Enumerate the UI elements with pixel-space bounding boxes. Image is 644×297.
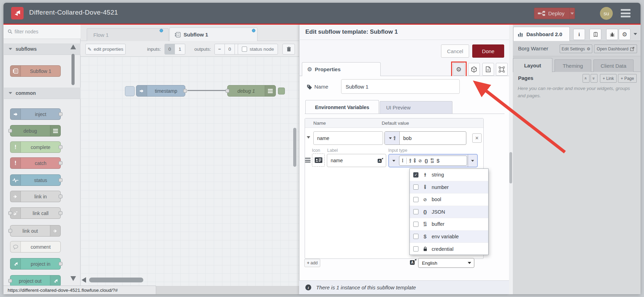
canvas-hscroll-left-icon[interactable] [82,277,86,283]
tab-environment-variables[interactable]: Environment Variables [305,100,379,114]
expand-all-button[interactable]: » [591,74,598,83]
output-port[interactable] [183,89,187,93]
add-env-var-button[interactable]: + add [304,259,320,267]
output-port[interactable] [59,195,62,198]
palette-scroll-down-icon[interactable] [70,276,76,281]
collapse-all-button[interactable]: « [583,74,590,83]
checkbox[interactable] [413,222,418,227]
done-button[interactable]: Done [472,44,504,58]
deploy-button[interactable]: Deploy [534,8,575,19]
inputs-option-0[interactable]: 0 [165,44,175,54]
palette-node-comment[interactable]: comment [10,241,61,253]
tab-subflow-1[interactable]: Subflow 1 [169,27,257,41]
input-port[interactable] [8,129,12,133]
output-port[interactable] [59,211,62,215]
inputs-toggle[interactable]: 0 1 [164,44,185,55]
status-node-checkbox[interactable] [242,47,247,52]
tab-theming[interactable]: Theming [554,59,591,72]
palette-node-debug[interactable]: debug [10,125,61,137]
subflow-name-input[interactable] [341,79,460,94]
status-node-toggle[interactable]: status node [238,44,278,55]
checkbox[interactable] [413,184,418,190]
tab-dashboard-2[interactable]: Dashboard 2.0 [513,27,570,41]
palette-node-inject[interactable]: inject [10,108,61,120]
palette-search[interactable] [3,25,80,39]
outputs-decrease-button[interactable]: − [215,44,225,54]
dialog-scrollbar-thumb[interactable] [509,152,512,183]
canvas-hscrollbar-thumb[interactable] [89,278,143,282]
palette-category-common[interactable]: common [4,88,80,99]
cancel-button[interactable]: Cancel [441,44,469,58]
env-label-input[interactable] [327,158,378,163]
input-port[interactable] [8,279,12,283]
output-port[interactable] [59,145,62,149]
checkbox[interactable] [413,197,418,202]
tab-client-data[interactable]: Client Data [593,59,634,72]
env-name-input[interactable] [313,131,383,145]
module-properties-button[interactable] [496,63,508,76]
tab-flow-1[interactable]: Flow 1 [87,28,169,41]
env-value-input[interactable]: bob [400,132,466,145]
filter-nodes-input[interactable] [15,29,70,34]
canvas-vscrollbar-thumb[interactable] [293,128,296,167]
input-type-dropdown-right[interactable] [468,155,477,167]
palette-scroll-up-icon[interactable] [70,44,76,49]
palette-category-subflows[interactable]: subflows [4,43,80,55]
palette-node-catch[interactable]: ! catch [10,157,61,169]
palette-node-subflow1[interactable]: Subflow 1 [10,65,61,77]
value-type-button[interactable]: az [385,132,400,145]
palette-scrollbar-thumb[interactable] [71,54,75,85]
type-option-buffer[interactable]: 0110 buffer [410,218,488,231]
output-port[interactable] [59,112,62,116]
output-port[interactable] [59,262,62,266]
type-option-number[interactable]: 09 number [410,181,488,194]
tab-properties[interactable]: ⚙ Properties [302,62,381,76]
input-port[interactable] [226,89,229,93]
help-tab-button[interactable] [590,29,601,40]
palette-node-project-out[interactable]: project out [10,275,61,287]
subflow-output-stub[interactable] [278,88,285,94]
subflow-input-stub[interactable] [125,86,135,96]
deploy-options-caret[interactable] [569,8,575,19]
row-expand-chevron-icon[interactable] [307,136,310,139]
checkbox-checked[interactable]: ✓ [413,172,418,178]
input-port[interactable] [8,229,12,233]
node-debug-1[interactable]: debug 1 [227,85,276,97]
palette-node-link-out[interactable]: link out [10,225,61,237]
add-page-button[interactable]: + Page [618,74,637,83]
inputs-option-1[interactable]: 1 [175,44,185,54]
palette-node-complete[interactable]: ! complete [10,141,61,153]
type-option-string[interactable]: ✓ az string [410,169,488,181]
checkbox[interactable] [413,246,418,251]
type-option-credential[interactable]: credential [410,243,488,255]
language-select[interactable]: English [418,258,474,268]
checkbox[interactable] [413,234,418,239]
palette-node-project-in[interactable]: project in [10,258,61,270]
palette-node-link-call[interactable]: link call [10,207,61,219]
add-link-button[interactable]: + Link [600,74,617,83]
config-nodes-tab-button[interactable]: ⚙ [619,29,630,40]
output-port[interactable] [59,161,62,165]
tab-layout[interactable]: Layout [513,58,552,72]
checkbox[interactable] [413,209,418,214]
description-button[interactable] [482,63,494,76]
debug-tab-button[interactable] [606,29,618,40]
user-avatar[interactable]: su [600,7,613,20]
tab-ui-preview[interactable]: UI Preview [380,101,452,114]
main-menu-icon[interactable] [621,9,630,17]
input-type-dropdown-left[interactable] [389,155,398,167]
appearance-button[interactable] [468,63,480,76]
edit-settings-button[interactable]: Edit Settings ⚙ [560,44,592,53]
edit-properties-button[interactable]: ✎ edit properties [85,44,126,55]
type-option-json[interactable]: {} JSON [410,206,488,218]
input-port[interactable] [8,211,12,215]
type-option-env-variable[interactable]: $ env variable [410,231,488,243]
sidebar-more-tabs-caret[interactable] [634,33,637,35]
open-dashboard-button[interactable]: Open Dashboard [594,44,637,53]
delete-subflow-button[interactable] [282,44,295,55]
palette-node-link-in[interactable]: link in [10,191,61,202]
drag-handle[interactable] [305,158,311,163]
env-icon-picker[interactable] [312,154,325,167]
info-tab-button[interactable]: i [573,29,585,40]
palette-node-status[interactable]: status [10,174,61,186]
